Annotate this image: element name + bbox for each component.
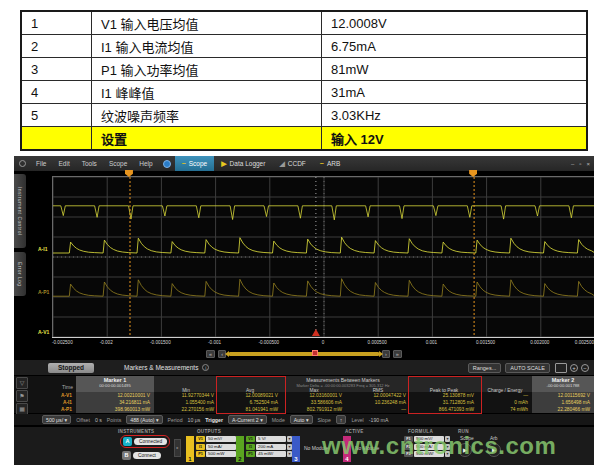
- trigger-mode-dropdown[interactable]: Auto ▾: [290, 415, 313, 424]
- instrument-b-badge: B: [122, 451, 131, 460]
- ch2-p-scale-button[interactable]: 45 mW/: [256, 451, 286, 457]
- axis-tick: 0.000500: [368, 340, 387, 345]
- measurements-panel-title: Markers & Measurements: [124, 364, 198, 371]
- instrument-a-badge: A: [123, 437, 132, 446]
- scroll-far-right-button[interactable]: »: [393, 350, 402, 358]
- menu-scope[interactable]: Scope: [109, 160, 127, 167]
- arb-wave-icon: ~: [320, 160, 324, 167]
- scrollbar-thumb[interactable]: [229, 352, 379, 356]
- axis-tick: 0.001: [426, 340, 438, 345]
- run-stop-button[interactable]: Stopped: [48, 363, 94, 373]
- autoscale-button[interactable]: AUTO SCALE: [505, 363, 550, 373]
- offset-value[interactable]: 0 s: [95, 417, 102, 423]
- axis-tick: -0.002: [100, 340, 113, 345]
- time-column-header: Time: [36, 384, 76, 390]
- mode-label: Mode: [272, 417, 285, 423]
- ch2-v-scale-button[interactable]: 5 V/: [256, 436, 286, 442]
- tab-ccdf[interactable]: ◢ CCDF: [272, 156, 312, 171]
- channel-label-p1[interactable]: A-P1: [38, 289, 49, 295]
- measurement-tool-icons: ▽ ⚑ ▦: [16, 377, 34, 415]
- axis-tick: -0.000500: [258, 340, 279, 345]
- close-button[interactable]: ×: [586, 161, 590, 167]
- instrument-b-status-button[interactable]: Connect: [133, 452, 161, 459]
- ch2-i-scale-button[interactable]: 200 mA: [256, 444, 286, 450]
- points-dropdown[interactable]: 488 (Auto) ▾: [126, 415, 162, 424]
- level-value[interactable]: -190 mA: [369, 417, 389, 423]
- col-min: Min: [154, 388, 218, 393]
- table-row: 1 V1 输入电压均值 12.0008V: [22, 12, 586, 35]
- sidebar-tab-error-log[interactable]: Error Log: [14, 252, 26, 296]
- trigger-source-dropdown[interactable]: A-Current 2 ▾: [228, 415, 267, 424]
- marker2-header[interactable]: Marker 2 -00:00:00.001788: [532, 376, 594, 392]
- tab-arb[interactable]: ~ ARB: [313, 156, 347, 171]
- row-label: P1 输入功率均值: [92, 58, 322, 80]
- axis-tick: 0.002000: [530, 340, 549, 345]
- measurement-row-v1: A-V1 12.00210001 V 11.92770344 V 12.0008…: [36, 392, 594, 399]
- menu-edit[interactable]: Edit: [58, 160, 69, 167]
- window-controls: – ▫ ×: [571, 161, 590, 167]
- instrument-a-status-button[interactable]: Connected: [134, 438, 167, 445]
- scroll-far-left-button[interactable]: «: [206, 350, 215, 358]
- row-value: 12.0008V: [322, 12, 586, 34]
- instruments-section-label: INSTRUMENTS: [118, 429, 154, 434]
- row-label: V1 输入电压均值: [92, 12, 322, 34]
- ccdf-icon: ◢: [279, 160, 284, 168]
- row-value: 6.75mA: [322, 35, 586, 57]
- maximize-button[interactable]: ▫: [579, 161, 581, 167]
- channel-2-controls: V15 V/▾ I1200 mA▾ P145 mW/▾: [246, 436, 292, 457]
- instrument-b-connect[interactable]: B Connect: [122, 451, 161, 460]
- tab-scope[interactable]: ~ Scope: [175, 156, 215, 171]
- time-axis: -0.002500 -0.002 -0.001500 -0.001 -0.000…: [52, 337, 594, 349]
- slope-button[interactable]: ↑: [336, 415, 347, 424]
- ranges-button[interactable]: Ranges...: [468, 363, 502, 373]
- trigger-time-indicator[interactable]: [312, 350, 318, 356]
- row-label: I1 输入电流均值: [92, 35, 322, 57]
- channel-3-bar[interactable]: 3: [292, 436, 300, 462]
- instrument-a-connected[interactable]: A Connected: [120, 435, 170, 448]
- axis-tick: 0: [322, 340, 325, 345]
- channel-label-i1[interactable]: A-I1: [38, 246, 47, 252]
- marker1-header[interactable]: Marker 1 00:00:00.001495: [76, 376, 154, 392]
- instruments-expander[interactable]: ▸: [174, 439, 181, 457]
- info-icon[interactable]: i: [202, 364, 209, 371]
- zoom-in-icon[interactable]: +: [570, 364, 578, 372]
- scope-app-window: File Edit Tools Scope Help ~ Scope ▶ Dat…: [14, 156, 594, 465]
- timebase-dropdown[interactable]: 500 μs/ ▾: [42, 415, 71, 424]
- sidebar-tab-instrument-control[interactable]: Instrument Control: [14, 174, 26, 248]
- table-row: 4 I1 峰峰值 31mA: [22, 81, 586, 104]
- status-bar: Stopped Markers & Measurements i Ranges.…: [14, 360, 594, 375]
- period-value: 10 μs: [188, 417, 201, 423]
- settings-gear-icon[interactable]: [19, 160, 26, 167]
- channel-2-bar[interactable]: 2: [236, 436, 244, 462]
- row-value: 31mA: [322, 81, 586, 103]
- scroll-right-button[interactable]: ›: [382, 350, 390, 358]
- ch1-v-scale-button[interactable]: 50 mV/: [206, 436, 236, 442]
- menu-file[interactable]: File: [36, 160, 46, 167]
- menu-help[interactable]: Help: [139, 160, 152, 167]
- filter-icon[interactable]: ▽: [16, 377, 28, 389]
- minimize-button[interactable]: –: [571, 161, 574, 167]
- channel-1-bar[interactable]: 1: [186, 436, 194, 462]
- waveform-plot[interactable]: [52, 176, 594, 338]
- menu-tools[interactable]: Tools: [82, 160, 97, 167]
- markers-icon[interactable]: ⚑: [16, 390, 28, 402]
- level-label: Level: [351, 417, 363, 423]
- measurements-header: Time Marker 1 00:00:00.001495 Measuremen…: [36, 376, 594, 392]
- ch1-i-scale-button[interactable]: 50 mA/: [206, 444, 236, 450]
- ch1-p-scale-button[interactable]: 500 mW: [206, 451, 236, 457]
- trigger-label: Trigger: [205, 417, 223, 423]
- row-value: 输入 12V: [322, 127, 586, 149]
- i1-tag: I1: [196, 444, 205, 450]
- col-rms: RMS: [346, 388, 410, 393]
- channel-label-v1[interactable]: A-V1: [38, 329, 49, 335]
- p1-tag: P1: [246, 451, 255, 457]
- display-settings-icon[interactable]: [555, 363, 567, 373]
- zoom-out-icon[interactable]: −: [581, 364, 589, 372]
- tab-data-logger[interactable]: ▶ Data Logger: [214, 156, 272, 171]
- axis-tick: -0.001: [208, 340, 221, 345]
- row-value: 81mW: [322, 58, 586, 80]
- table-row: 3 P1 输入功率均值 81mW: [22, 58, 586, 81]
- help-globe-icon[interactable]: [163, 160, 171, 168]
- measurements-table: ▽ ⚑ ▦ Time Marker 1 00:00:00.001495 Meas…: [14, 376, 594, 413]
- waveform-canvas[interactable]: [53, 177, 594, 337]
